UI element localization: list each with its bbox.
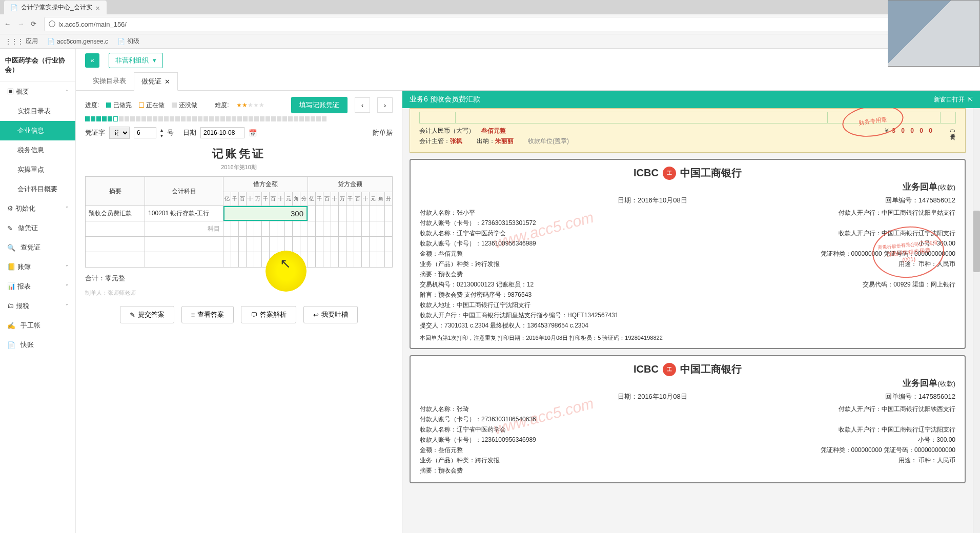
sidebar-item-tax[interactable]: 🗂 报税˅	[0, 296, 75, 316]
voucher-num-input[interactable]	[134, 127, 156, 138]
voucher-controls: 凭证字 记 ▴▾ 号 日期 📅 附单据	[85, 127, 393, 139]
sidebar-item-quick[interactable]: 📄 快账	[0, 335, 75, 355]
voucher-word-select[interactable]: 记	[109, 127, 130, 139]
voucher-table: 摘要 会计科目 借方金额 贷方金额 亿千百十万千百十元角分 亿千百十万千百十元角…	[85, 176, 393, 268]
th-debit: 借方金额	[223, 177, 308, 192]
voucher-panel: 进度: 已做完 正在做 还没做 难度: ★★★★★ 填写记账凭证 ‹ › 凭证字	[76, 91, 402, 533]
chevron-down-icon: ▾	[153, 56, 156, 64]
scrollbar[interactable]	[973, 108, 980, 533]
preparer: 制单人：张师师老师	[85, 289, 393, 297]
reload-icon[interactable]: ⟳	[31, 20, 39, 28]
debit-amount-input[interactable]: 300	[223, 206, 308, 221]
doc-header: 业务6 预收会员费汇款 新窗口打开 ⇱	[402, 91, 980, 108]
sidebar-item-search-voucher[interactable]: 🔍 查凭证	[0, 238, 75, 257]
content-area: « 非营利组织▾ 张师师老师 (SVIP会员) 实操目录表 做凭证✕ 进度: 已…	[76, 49, 980, 533]
sidebar-item-keypoints[interactable]: 实操重点	[0, 160, 75, 179]
sidebar-item-overview[interactable]: ▣ 概要˄	[0, 82, 75, 101]
cursor-icon: ↖	[280, 256, 291, 272]
view-answer-button[interactable]: ≡ 查看答案	[181, 306, 234, 323]
feedback-button[interactable]: ↩ 我要吐槽	[303, 306, 358, 323]
red-stamp: 财务专用章	[840, 108, 905, 140]
voucher-word-label: 凭证字	[85, 128, 105, 137]
num-up[interactable]: ▴	[160, 127, 163, 133]
bank-slip-2: ICBC工中国工商银行 业务回单(收款) 日期：2016年10月08日 回单编号…	[410, 355, 966, 483]
prev-button[interactable]: ‹	[355, 97, 370, 113]
sidebar-item-make-voucher[interactable]: ✎ 做凭证	[0, 218, 75, 238]
date-label: 日期	[183, 128, 196, 137]
url-bar[interactable]: ⓘ lx.acc5.com/main_156/	[44, 17, 976, 31]
sidebar-item-reports[interactable]: 📊 报表˅	[0, 277, 75, 296]
th-summary: 摘要	[86, 177, 145, 206]
bank-slip-1: ICBC工中国工商银行 业务回单(收款) 日期：2016年10月08日 回单编号…	[410, 159, 966, 349]
voucher-row[interactable]	[86, 237, 393, 252]
close-icon[interactable]: ✕	[95, 5, 100, 10]
voucher-date-input[interactable]	[200, 127, 244, 138]
th-subject: 会计科目	[145, 177, 223, 206]
calendar-icon[interactable]: 📅	[249, 129, 257, 137]
tab-title: 会计学堂实操中心_会计实	[21, 3, 92, 12]
voucher-row[interactable]	[86, 252, 393, 268]
sidebar: 中医药学会（行业协会） ▣ 概要˄ 实操目录表 企业信息 税务信息 实操重点 会…	[0, 49, 76, 533]
num-down[interactable]: ▾	[160, 133, 163, 138]
info-icon: ⓘ	[49, 19, 55, 29]
bookmark-bar: ⋮⋮⋮ 应用 📄 acc5com.gensee.c 📄 初级	[0, 34, 980, 49]
difficulty-label: 难度:	[215, 101, 229, 110]
sidebar-item-books[interactable]: 📒 账簿˅	[0, 257, 75, 277]
icbc-logo-icon: 工	[663, 167, 676, 180]
progress-bar[interactable]	[85, 116, 393, 121]
new-window-button[interactable]: 新窗口打开 ⇱	[934, 95, 973, 104]
chevron-up-icon: ˄	[66, 89, 68, 95]
legend-done: 已做完	[106, 101, 132, 110]
tab-strip: 实操目录表 做凭证✕	[76, 72, 980, 91]
legend-doing: 正在做	[139, 101, 165, 110]
document-panel: 业务6 预收会员费汇款 新窗口打开 ⇱ 会计人民币（大写） 叁佰元整 ￥3 0 …	[402, 91, 980, 533]
summary-cell[interactable]: 预收会员费汇款	[86, 206, 145, 221]
doc-title: 业务6 预收会员费汇款	[410, 95, 480, 104]
icbc-logo-icon: 工	[663, 363, 676, 376]
voucher-row[interactable]: 预收会员费汇款 100201 银行存款-工行 300	[86, 206, 393, 221]
chevron-down-icon: ˅	[66, 284, 68, 290]
fill-voucher-button[interactable]: 填写记账凭证	[291, 97, 348, 113]
legend-todo: 还没做	[172, 101, 197, 110]
voucher-period: 2016年第10期	[85, 163, 393, 171]
yellow-voucher-doc: 会计人民币（大写） 叁佰元整 ￥3 0 0 0 0 财务(黄) 会计主管：张枫 …	[410, 108, 966, 153]
subject-cell[interactable]: 100201 银行存款-工行	[145, 206, 223, 221]
scrollbar-thumb[interactable]	[973, 211, 980, 272]
sidebar-item-subjects[interactable]: 会计科目概要	[0, 179, 75, 199]
back-icon[interactable]: ←	[4, 20, 12, 28]
bookmark-2[interactable]: 📄 初级	[117, 37, 139, 46]
sidebar-item-company-info[interactable]: 企业信息	[0, 121, 75, 140]
sidebar-item-tax-info[interactable]: 税务信息	[0, 140, 75, 160]
bookmark-1[interactable]: 📄 acc5com.gensee.c	[47, 38, 108, 45]
analysis-button[interactable]: 🗨 答案解析	[241, 306, 296, 323]
voucher-total: 合计：零元整	[85, 268, 393, 285]
sidebar-item-init[interactable]: ⚙ 初始化˅	[0, 199, 75, 218]
tab-voucher[interactable]: 做凭证✕	[134, 72, 178, 91]
sidebar-item-manual[interactable]: ✍ 手工帐	[0, 316, 75, 335]
url-text: lx.acc5.com/main_156/	[58, 20, 127, 28]
submit-button[interactable]: ✎ 提交答案	[120, 306, 174, 323]
sidebar-toggle-button[interactable]: «	[85, 53, 99, 68]
webcam-overlay	[888, 0, 980, 67]
voucher-row[interactable]: 科目	[86, 221, 393, 237]
next-button[interactable]: ›	[377, 97, 393, 113]
num-suffix: 号	[167, 128, 174, 137]
page-icon: 📄	[10, 4, 18, 11]
org-type-dropdown[interactable]: 非营利组织▾	[109, 53, 163, 68]
browser-tab[interactable]: 📄 会计学堂实操中心_会计实 ✕	[4, 1, 107, 14]
apps-shortcut[interactable]: ⋮⋮⋮ 应用	[5, 37, 38, 46]
work-split: 进度: 已做完 正在做 还没做 难度: ★★★★★ 填写记账凭证 ‹ › 凭证字	[76, 91, 980, 533]
subject-hint[interactable]: 科目	[145, 221, 223, 237]
attach-label: 附单据	[373, 128, 393, 137]
doc-scroll[interactable]: 会计人民币（大写） 叁佰元整 ￥3 0 0 0 0 财务(黄) 会计主管：张枫 …	[402, 108, 973, 533]
browser-chrome: 📄 会计学堂实操中心_会计实 ✕ ← → ⟳ ⓘ lx.acc5.com/mai…	[0, 0, 980, 34]
chevron-down-icon: ˅	[66, 303, 68, 309]
status-row: 进度: 已做完 正在做 还没做 难度: ★★★★★ 填写记账凭证 ‹ ›	[85, 97, 393, 113]
close-icon[interactable]: ✕	[165, 78, 170, 86]
sidebar-item-catalog[interactable]: 实操目录表	[0, 101, 75, 121]
tab-catalog[interactable]: 实操目录表	[85, 72, 134, 90]
forward-icon[interactable]: →	[17, 20, 26, 28]
main-app: 中医药学会（行业协会） ▣ 概要˄ 实操目录表 企业信息 税务信息 实操重点 会…	[0, 49, 980, 533]
th-credit: 贷方金额	[308, 177, 392, 192]
tab-bar: 📄 会计学堂实操中心_会计实 ✕	[0, 0, 980, 14]
